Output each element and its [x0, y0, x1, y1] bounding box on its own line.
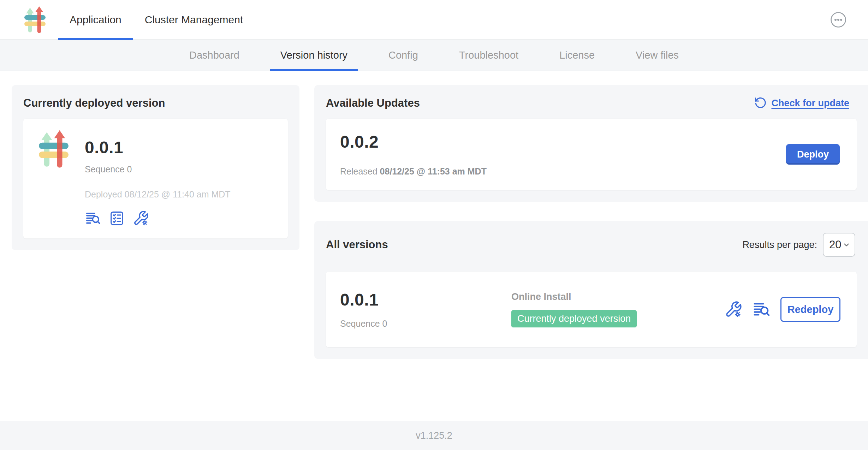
results-per-page-select[interactable]: 20 — [823, 233, 855, 257]
deployed-sequence: Sequence 0 — [85, 164, 231, 174]
results-per-page-label: Results per page: — [742, 239, 817, 250]
tab-application[interactable]: Application — [58, 0, 133, 40]
more-menu-button[interactable] — [830, 11, 847, 28]
tab-cluster-management-label: Cluster Management — [145, 14, 243, 26]
all-versions-title: All versions — [326, 238, 388, 251]
row-install-type: Online Install — [511, 291, 725, 302]
deployed-version-number: 0.0.1 — [85, 138, 231, 157]
currently-deployed-badge: Currently deployed version — [511, 310, 637, 327]
check-for-update-label: Check for update — [771, 98, 849, 109]
released-date: 08/12/25 @ 11:53 am MDT — [380, 166, 487, 176]
deployed-version-tile: 0.0.1 Sequence 0 Deployed 08/12/25 @ 11:… — [23, 119, 288, 238]
header-tabs: Application Cluster Management — [58, 0, 255, 40]
tab-cluster-management[interactable]: Cluster Management — [133, 0, 255, 40]
console-version: v1.125.2 — [416, 430, 452, 441]
currently-deployed-title: Currently deployed version — [23, 97, 288, 109]
footer: v1.125.2 — [0, 421, 868, 450]
check-for-update-link[interactable]: Check for update — [754, 97, 849, 109]
subnav-dashboard-label: Dashboard — [189, 49, 239, 61]
available-updates-card: Available Updates Check for update 0.0.2… — [314, 85, 868, 202]
subnav-license-label: License — [559, 49, 595, 61]
chevron-down-icon — [843, 241, 850, 249]
update-version-number: 0.0.2 — [340, 132, 487, 152]
subnav-view-files[interactable]: View files — [615, 40, 699, 71]
ellipsis-icon — [830, 11, 847, 28]
edit-config-icon[interactable] — [725, 301, 742, 318]
version-row: 0.0.1 Sequence 0 Online Install Currentl… — [326, 272, 857, 347]
tab-application-label: Application — [70, 14, 121, 26]
update-tile: 0.0.2 Released 08/12/25 @ 11:53 am MDT D… — [326, 119, 857, 190]
subnav-troubleshoot[interactable]: Troubleshoot — [439, 40, 539, 71]
available-updates-title: Available Updates — [326, 97, 420, 109]
subnav-dashboard[interactable]: Dashboard — [169, 40, 260, 71]
update-released-timestamp: Released 08/12/25 @ 11:53 am MDT — [340, 166, 487, 177]
subnav-view-files-label: View files — [636, 49, 679, 61]
redeploy-button[interactable]: Redeploy — [780, 297, 840, 322]
deploy-button[interactable]: Deploy — [786, 144, 840, 165]
deployed-timestamp: Deployed 08/12/25 @ 11:40 am MDT — [85, 189, 231, 200]
edit-config-icon[interactable] — [133, 210, 149, 226]
app-subnav: Dashboard Version history Config Trouble… — [0, 40, 868, 71]
main-content: Currently deployed version 0.0.1 Sequenc… — [0, 71, 868, 421]
app-logo-icon — [36, 129, 71, 169]
released-label: Released — [340, 166, 377, 176]
row-sequence: Sequence 0 — [340, 319, 511, 329]
preflight-checks-icon[interactable] — [109, 210, 125, 226]
subnav-troubleshoot-label: Troubleshoot — [459, 49, 518, 61]
subnav-config[interactable]: Config — [368, 40, 439, 71]
currently-deployed-card: Currently deployed version 0.0.1 Sequenc… — [12, 85, 299, 250]
refresh-icon — [754, 97, 767, 109]
subnav-license[interactable]: License — [539, 40, 615, 71]
subnav-config-label: Config — [388, 49, 418, 61]
subnav-version-history[interactable]: Version history — [260, 40, 368, 71]
view-diff-icon[interactable] — [752, 300, 771, 319]
subnav-version-history-label: Version history — [280, 49, 347, 61]
all-versions-card: All versions Results per page: 20 0.0.1 … — [314, 221, 868, 359]
top-navbar: Application Cluster Management — [0, 0, 868, 40]
results-per-page-value: 20 — [829, 238, 841, 251]
view-diff-icon[interactable] — [85, 210, 101, 226]
app-logo — [24, 0, 46, 40]
row-version-number: 0.0.1 — [340, 290, 511, 309]
